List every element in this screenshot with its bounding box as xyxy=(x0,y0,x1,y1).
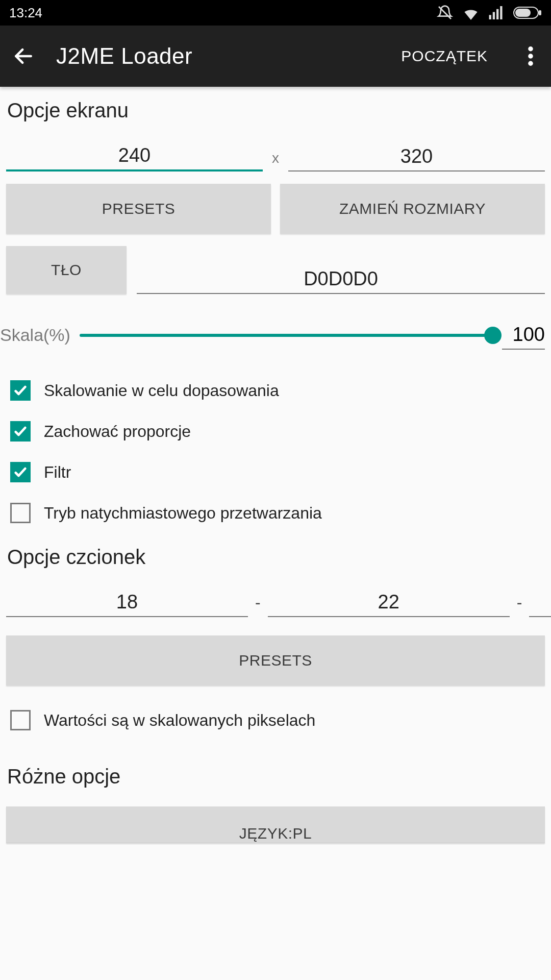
check-scale-to-fit-label: Skalowanie w celu dopasowania xyxy=(44,381,279,400)
check-immediate-mode-label: Tryb natychmiastowego przetwarzania xyxy=(44,504,322,523)
checkbox-scaled-pixels[interactable] xyxy=(10,710,31,730)
content-scroll[interactable]: Opcje ekranu x PRESETS ZAMIEŃ ROZMIARY T… xyxy=(0,87,551,843)
checkbox-scale-to-fit[interactable] xyxy=(10,380,31,401)
swap-sizes-button[interactable]: ZAMIEŃ ROZMIARY xyxy=(280,184,545,234)
presets-font-button[interactable]: PRESETS xyxy=(6,635,545,685)
background-color-input[interactable] xyxy=(137,263,545,294)
presets-resolution-button[interactable]: PRESETS xyxy=(6,184,271,234)
hyphen-separator: - xyxy=(250,593,266,617)
svg-rect-1 xyxy=(489,15,491,19)
svg-rect-7 xyxy=(539,10,541,15)
svg-point-11 xyxy=(528,61,533,66)
scale-value-input[interactable] xyxy=(502,321,545,350)
check-filter-label: Filtr xyxy=(44,463,71,482)
resolution-row: x xyxy=(6,139,545,172)
section-font-title: Opcje czcionek xyxy=(7,546,545,569)
scale-slider[interactable] xyxy=(80,334,493,337)
svg-rect-2 xyxy=(493,12,495,19)
svg-rect-3 xyxy=(496,9,498,19)
checkbox-filter[interactable] xyxy=(10,462,31,482)
check-keep-aspect[interactable]: Zachować proporcje xyxy=(6,411,545,452)
font-small-input[interactable] xyxy=(6,586,248,617)
section-screen-title: Opcje ekranu xyxy=(7,99,545,122)
check-filter[interactable]: Filtr xyxy=(6,452,545,493)
language-button-label: JĘZYK:PL xyxy=(239,825,312,842)
app-title: J2ME Loader xyxy=(56,43,372,69)
height-input[interactable] xyxy=(288,140,545,172)
language-button[interactable]: JĘZYK:PL xyxy=(6,806,545,843)
svg-rect-6 xyxy=(515,9,531,17)
check-immediate-mode[interactable]: Tryb natychmiastowego przetwarzania xyxy=(6,493,545,533)
resolution-buttons-row: PRESETS ZAMIEŃ ROZMIARY xyxy=(6,184,545,234)
scale-label: Skala(%) xyxy=(0,325,70,345)
font-medium-input[interactable] xyxy=(268,586,510,617)
arrow-left-icon xyxy=(12,45,35,67)
svg-point-9 xyxy=(528,46,533,52)
svg-rect-4 xyxy=(500,6,502,19)
signal-icon xyxy=(489,6,504,19)
battery-icon xyxy=(513,7,542,19)
background-row: TŁO xyxy=(6,246,545,294)
svg-point-10 xyxy=(528,54,533,59)
scale-slider-thumb[interactable] xyxy=(484,327,502,344)
check-scaled-pixels-label: Wartości są w skalowanych pikselach xyxy=(44,711,315,730)
overflow-menu-button[interactable] xyxy=(516,42,545,70)
checkbox-immediate-mode[interactable] xyxy=(10,503,31,523)
check-icon xyxy=(13,424,28,438)
checkbox-keep-aspect[interactable] xyxy=(10,421,31,442)
section-misc-title: Różne opcje xyxy=(7,765,545,788)
font-large-input[interactable] xyxy=(529,586,551,617)
status-bar: 13:24 xyxy=(0,0,551,26)
back-button[interactable] xyxy=(9,42,38,70)
check-icon xyxy=(13,383,28,398)
dots-vertical-icon xyxy=(528,46,533,66)
check-scaled-pixels[interactable]: Wartości są w skalowanych pikselach xyxy=(6,700,545,741)
check-scale-to-fit[interactable]: Skalowanie w celu dopasowania xyxy=(6,370,545,411)
width-input[interactable] xyxy=(6,139,263,172)
start-action[interactable]: POCZĄTEK xyxy=(391,41,498,71)
scale-row: Skala(%) xyxy=(6,321,545,350)
check-keep-aspect-label: Zachować proporcje xyxy=(44,422,191,441)
background-button[interactable]: TŁO xyxy=(6,246,127,294)
x-separator: x xyxy=(265,150,286,172)
status-icons xyxy=(437,5,542,21)
wifi-icon xyxy=(462,6,480,20)
status-time: 13:24 xyxy=(9,5,42,21)
hyphen-separator: - xyxy=(512,593,528,617)
mute-icon xyxy=(437,5,453,21)
app-bar: J2ME Loader POCZĄTEK xyxy=(0,26,551,87)
font-sizes-row: - - xyxy=(6,586,545,617)
check-icon xyxy=(13,465,28,479)
